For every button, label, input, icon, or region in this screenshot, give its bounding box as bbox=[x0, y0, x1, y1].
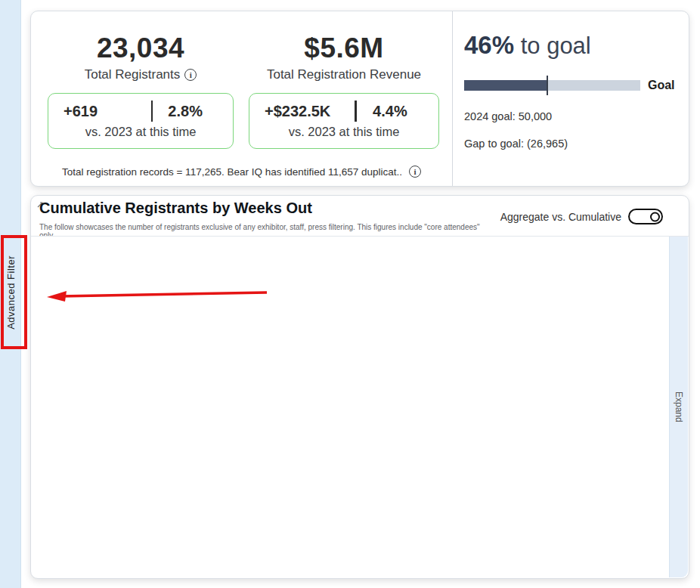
goal-bar-label: Goal bbox=[648, 79, 675, 92]
registrants-label: Total Registrants bbox=[85, 67, 181, 82]
chart-plot-area: Expand bbox=[32, 237, 688, 577]
revenue-delta-caption: vs. 2023 at this time bbox=[249, 125, 438, 139]
cumulative-chart-card: Cumulative Registrants by Weeks Out The … bbox=[30, 195, 689, 579]
expand-strip[interactable]: Expand bbox=[669, 237, 688, 577]
registrants-delta-pct: 2.8% bbox=[153, 103, 218, 120]
goal-suffix: to goal bbox=[514, 32, 591, 59]
delta-row: +619 2.8% bbox=[48, 100, 233, 122]
registrants-kpi: 23,034 Total Registrants i +619 2.8% vs.… bbox=[48, 11, 234, 149]
registrants-label-row: Total Registrants i bbox=[48, 67, 234, 82]
kpi-summary-card: 23,034 Total Registrants i +619 2.8% vs.… bbox=[30, 11, 689, 187]
delta-row: +$232.5K 4.4% bbox=[249, 100, 438, 122]
revenue-value: $5.6M bbox=[249, 32, 439, 64]
info-icon[interactable]: i bbox=[184, 69, 197, 81]
revenue-delta-pct: 4.4% bbox=[357, 103, 423, 120]
registrants-delta-box: +619 2.8% vs. 2023 at this time bbox=[48, 93, 234, 149]
revenue-label-row: Total Registration Revenue bbox=[249, 67, 439, 82]
kpi-area: 23,034 Total Registrants i +619 2.8% vs.… bbox=[31, 11, 452, 186]
toggle-knob bbox=[650, 212, 660, 221]
revenue-delta-box: +$232.5K 4.4% vs. 2023 at this time bbox=[249, 93, 439, 149]
records-footnote-text: Total registration records = 117,265. Be… bbox=[62, 166, 402, 178]
aggregate-toggle-row: Aggregate vs. Cumulative bbox=[500, 209, 663, 224]
goal-heading: 46% to goal bbox=[464, 31, 689, 60]
chart-title: Cumulative Registrants by Weeks Out bbox=[39, 200, 312, 217]
expand-label: Expand bbox=[674, 391, 684, 422]
goal-section: 46% to goal Goal 2024 goal: 50,000 Gap t… bbox=[453, 11, 689, 186]
records-footnote: Total registration records = 117,265. Be… bbox=[31, 166, 452, 178]
revenue-delta-abs: +$232.5K bbox=[265, 103, 330, 120]
goal-progress-tick bbox=[547, 76, 548, 95]
info-icon[interactable]: i bbox=[409, 166, 421, 178]
registrants-delta-abs: +619 bbox=[63, 103, 98, 120]
goal-progress-track bbox=[464, 80, 640, 91]
goal-progress-row: Goal bbox=[464, 79, 675, 92]
advanced-filter-label: Advanced Filter bbox=[5, 255, 17, 330]
aggregate-toggle-label: Aggregate vs. Cumulative bbox=[500, 211, 621, 223]
goal-target-text: 2024 goal: 50,000 bbox=[464, 110, 552, 122]
revenue-kpi: $5.6M Total Registration Revenue +$232.5… bbox=[249, 11, 439, 149]
revenue-label: Total Registration Revenue bbox=[267, 67, 421, 82]
advanced-filter-tab[interactable]: Advanced Filter bbox=[0, 239, 21, 346]
goal-progress-fill bbox=[464, 80, 547, 91]
goal-gap-text: Gap to goal: (26,965) bbox=[464, 138, 568, 150]
aggregate-cumulative-toggle[interactable] bbox=[628, 209, 663, 224]
registrants-delta-caption: vs. 2023 at this time bbox=[48, 125, 233, 139]
goal-percent: 46% bbox=[464, 31, 514, 59]
registrants-value: 23,034 bbox=[48, 32, 234, 64]
